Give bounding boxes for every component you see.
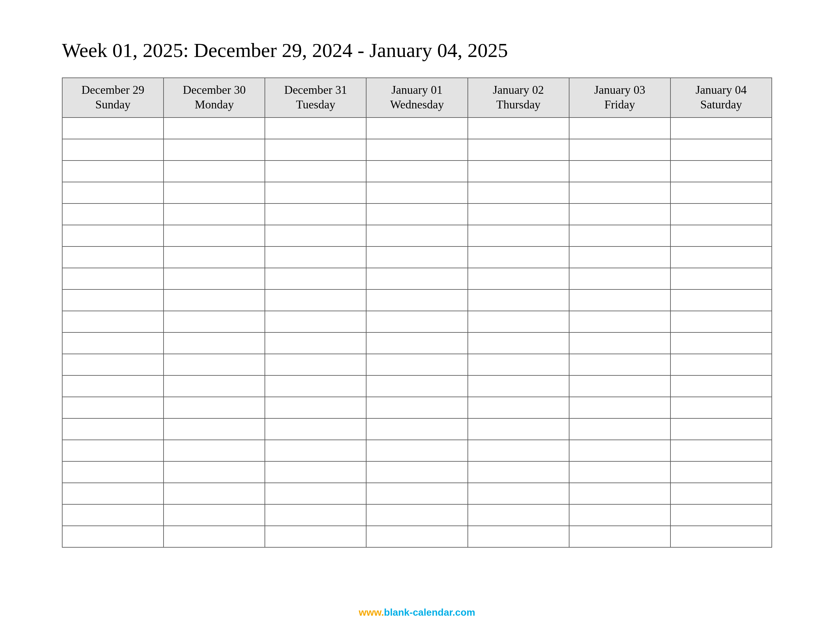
calendar-cell[interactable] — [62, 160, 163, 182]
calendar-cell[interactable] — [163, 225, 265, 247]
calendar-cell[interactable] — [468, 375, 569, 397]
calendar-cell[interactable] — [366, 526, 467, 547]
calendar-cell[interactable] — [163, 418, 265, 440]
calendar-cell[interactable] — [366, 440, 467, 462]
calendar-cell[interactable] — [366, 203, 467, 225]
calendar-cell[interactable] — [62, 526, 163, 547]
calendar-cell[interactable] — [671, 182, 772, 203]
calendar-cell[interactable] — [366, 160, 467, 182]
calendar-cell[interactable] — [671, 118, 772, 139]
calendar-cell[interactable] — [366, 289, 467, 311]
calendar-cell[interactable] — [163, 462, 265, 483]
calendar-cell[interactable] — [366, 462, 467, 483]
calendar-cell[interactable] — [265, 311, 366, 332]
calendar-cell[interactable] — [468, 440, 569, 462]
calendar-cell[interactable] — [366, 268, 467, 289]
calendar-cell[interactable] — [468, 311, 569, 332]
calendar-cell[interactable] — [569, 332, 671, 354]
calendar-cell[interactable] — [468, 268, 569, 289]
calendar-cell[interactable] — [265, 118, 366, 139]
calendar-cell[interactable] — [265, 289, 366, 311]
calendar-cell[interactable] — [265, 418, 366, 440]
calendar-cell[interactable] — [163, 139, 265, 160]
calendar-cell[interactable] — [62, 289, 163, 311]
calendar-cell[interactable] — [366, 483, 467, 504]
calendar-cell[interactable] — [265, 332, 366, 354]
calendar-cell[interactable] — [163, 440, 265, 462]
calendar-cell[interactable] — [671, 203, 772, 225]
calendar-cell[interactable] — [163, 203, 265, 225]
calendar-cell[interactable] — [671, 440, 772, 462]
calendar-cell[interactable] — [569, 311, 671, 332]
calendar-cell[interactable] — [671, 483, 772, 504]
calendar-cell[interactable] — [569, 504, 671, 526]
calendar-cell[interactable] — [671, 311, 772, 332]
calendar-cell[interactable] — [265, 225, 366, 247]
calendar-cell[interactable] — [62, 397, 163, 418]
calendar-cell[interactable] — [468, 289, 569, 311]
calendar-cell[interactable] — [366, 139, 467, 160]
calendar-cell[interactable] — [468, 354, 569, 375]
footer-link[interactable]: www.blank-calendar.com — [62, 607, 772, 625]
calendar-cell[interactable] — [468, 139, 569, 160]
calendar-cell[interactable] — [569, 397, 671, 418]
calendar-cell[interactable] — [468, 182, 569, 203]
calendar-cell[interactable] — [569, 440, 671, 462]
calendar-cell[interactable] — [62, 354, 163, 375]
calendar-cell[interactable] — [163, 289, 265, 311]
calendar-cell[interactable] — [671, 375, 772, 397]
calendar-cell[interactable] — [671, 225, 772, 247]
calendar-cell[interactable] — [468, 118, 569, 139]
calendar-cell[interactable] — [569, 160, 671, 182]
calendar-cell[interactable] — [163, 397, 265, 418]
calendar-cell[interactable] — [366, 397, 467, 418]
calendar-cell[interactable] — [265, 247, 366, 268]
calendar-cell[interactable] — [569, 268, 671, 289]
calendar-cell[interactable] — [468, 504, 569, 526]
calendar-cell[interactable] — [265, 526, 366, 547]
calendar-cell[interactable] — [265, 139, 366, 160]
calendar-cell[interactable] — [569, 247, 671, 268]
calendar-cell[interactable] — [265, 440, 366, 462]
calendar-cell[interactable] — [366, 182, 467, 203]
calendar-cell[interactable] — [163, 504, 265, 526]
calendar-cell[interactable] — [671, 462, 772, 483]
calendar-cell[interactable] — [62, 118, 163, 139]
calendar-cell[interactable] — [62, 332, 163, 354]
calendar-cell[interactable] — [671, 332, 772, 354]
calendar-cell[interactable] — [671, 289, 772, 311]
calendar-cell[interactable] — [163, 375, 265, 397]
calendar-cell[interactable] — [569, 354, 671, 375]
calendar-cell[interactable] — [163, 247, 265, 268]
calendar-cell[interactable] — [569, 483, 671, 504]
calendar-cell[interactable] — [569, 418, 671, 440]
calendar-cell[interactable] — [366, 225, 467, 247]
calendar-cell[interactable] — [671, 397, 772, 418]
calendar-cell[interactable] — [569, 182, 671, 203]
calendar-cell[interactable] — [569, 139, 671, 160]
calendar-cell[interactable] — [62, 268, 163, 289]
calendar-cell[interactable] — [163, 332, 265, 354]
calendar-cell[interactable] — [163, 311, 265, 332]
calendar-cell[interactable] — [265, 203, 366, 225]
calendar-cell[interactable] — [163, 354, 265, 375]
calendar-cell[interactable] — [468, 397, 569, 418]
calendar-cell[interactable] — [265, 375, 366, 397]
calendar-cell[interactable] — [468, 247, 569, 268]
calendar-cell[interactable] — [62, 139, 163, 160]
calendar-cell[interactable] — [163, 182, 265, 203]
calendar-cell[interactable] — [468, 203, 569, 225]
calendar-cell[interactable] — [366, 332, 467, 354]
calendar-cell[interactable] — [468, 225, 569, 247]
calendar-cell[interactable] — [163, 118, 265, 139]
calendar-cell[interactable] — [468, 483, 569, 504]
calendar-cell[interactable] — [265, 483, 366, 504]
calendar-cell[interactable] — [671, 139, 772, 160]
calendar-cell[interactable] — [62, 203, 163, 225]
calendar-cell[interactable] — [265, 182, 366, 203]
calendar-cell[interactable] — [671, 504, 772, 526]
calendar-cell[interactable] — [62, 418, 163, 440]
calendar-cell[interactable] — [366, 418, 467, 440]
calendar-cell[interactable] — [468, 418, 569, 440]
calendar-cell[interactable] — [468, 462, 569, 483]
